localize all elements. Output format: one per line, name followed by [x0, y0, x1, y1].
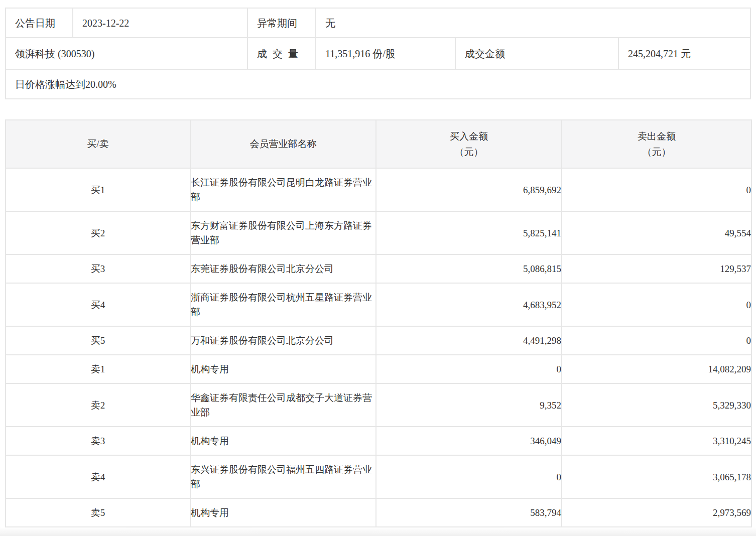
branch-cell: 机构专用 [190, 427, 376, 455]
col-header-side-text: 买/卖 [87, 139, 108, 149]
col-header-side: 买/卖 [6, 120, 190, 168]
lhb-table-body: 买1 长江证券股份有限公司昆明白龙路证券营业部 6,859,692 0 买2 东… [6, 168, 751, 527]
col-header-sell: 卖出金额 （元） [562, 120, 751, 168]
branch-cell: 东莞证券股份有限公司北京分公司 [190, 254, 376, 283]
abnormal-period-value: 无 [316, 9, 750, 37]
sell-amount-cell: 0 [562, 168, 751, 211]
sell-amount-cell: 3,065,178 [562, 455, 751, 498]
volume-value: 11,351,916 份/股 [316, 38, 456, 69]
stock-name-cell: 领湃科技 (300530) [6, 38, 248, 69]
side-cell: 买3 [6, 254, 190, 283]
branch-cell: 华鑫证券有限责任公司成都交子大道证券营业部 [190, 383, 376, 427]
branch-cell: 万和证券股份有限公司北京分公司 [190, 326, 376, 355]
abnormal-period-label-text: 异常期间 [257, 17, 297, 30]
buy-amount-cell: 6,859,692 [376, 168, 562, 211]
summary-row-date: 公告日期 2023-12-22 异常期间 无 [6, 9, 750, 38]
announce-date-label-text: 公告日期 [15, 17, 55, 30]
side-cell: 卖2 [6, 383, 190, 427]
table-row: 卖2 华鑫证券有限责任公司成都交子大道证券营业部 9,352 5,329,330 [6, 383, 751, 427]
price-change-note: 日价格涨幅达到20.00% [15, 78, 116, 91]
sell-amount-cell: 0 [562, 326, 751, 355]
side-cell: 卖4 [6, 455, 190, 498]
side-cell: 卖5 [6, 498, 190, 527]
announce-date-text: 2023-12-22 [82, 17, 129, 30]
buy-amount-cell: 346,049 [376, 427, 562, 455]
col-header-sell-line2: （元） [563, 144, 750, 160]
summary-section: 公告日期 2023-12-22 异常期间 无 领湃科技 (300530) 成 交… [5, 8, 751, 99]
turnover-label-text: 成交金额 [465, 47, 505, 60]
branch-cell: 浙商证券股份有限公司杭州五星路证券营业部 [190, 283, 376, 326]
table-row: 买4 浙商证券股份有限公司杭州五星路证券营业部 4,683,952 0 [6, 283, 751, 326]
volume-label-text: 成 交 量 [257, 47, 298, 60]
sell-amount-cell: 2,973,569 [562, 498, 751, 527]
announce-date-label: 公告日期 [6, 9, 73, 37]
table-row: 买3 东莞证券股份有限公司北京分公司 5,086,815 129,537 [6, 254, 751, 283]
buy-amount-cell: 5,825,141 [376, 211, 562, 254]
lhb-table-head: 买/卖 会员营业部名称 买入金额 （元） 卖出金额 （元） [6, 120, 751, 168]
col-header-buy: 买入金额 （元） [376, 120, 562, 168]
abnormal-period-text: 无 [325, 17, 335, 30]
header-row: 买/卖 会员营业部名称 买入金额 （元） 卖出金额 （元） [6, 120, 751, 168]
side-cell: 买4 [6, 283, 190, 326]
sell-amount-cell: 14,082,209 [562, 355, 751, 383]
buy-amount-cell: 0 [376, 355, 562, 383]
price-change-note-cell: 日价格涨幅达到20.00% [6, 70, 750, 98]
sell-amount-cell: 0 [562, 283, 751, 326]
side-cell: 买5 [6, 326, 190, 355]
branch-cell: 机构专用 [190, 498, 376, 527]
branch-cell: 机构专用 [190, 355, 376, 383]
col-header-buy-line2: （元） [377, 144, 561, 160]
side-cell: 买2 [6, 211, 190, 254]
col-header-sell-line1: 卖出金额 [563, 128, 750, 144]
summary-row-reason: 日价格涨幅达到20.00% [6, 70, 750, 98]
turnover-text: 245,204,721 元 [628, 47, 691, 60]
branch-cell: 东兴证券股份有限公司福州五四路证券营业部 [190, 455, 376, 498]
page-bottom-fade [0, 527, 756, 536]
turnover-value: 245,204,721 元 [619, 38, 750, 69]
col-header-branch: 会员营业部名称 [190, 120, 376, 168]
table-row: 卖1 机构专用 0 14,082,209 [6, 355, 751, 383]
page: 公告日期 2023-12-22 异常期间 无 领湃科技 (300530) 成 交… [0, 0, 756, 527]
sell-amount-cell: 49,554 [562, 211, 751, 254]
branch-cell: 东方财富证券股份有限公司上海东方路证券营业部 [190, 211, 376, 254]
col-header-branch-text: 会员营业部名称 [250, 139, 317, 149]
buy-amount-cell: 0 [376, 455, 562, 498]
branch-cell: 长江证券股份有限公司昆明白龙路证券营业部 [190, 168, 376, 211]
table-row: 卖4 东兴证券股份有限公司福州五四路证券营业部 0 3,065,178 [6, 455, 751, 498]
volume-text: 11,351,916 份/股 [325, 47, 396, 60]
buy-amount-cell: 583,794 [376, 498, 562, 527]
table-row: 买1 长江证券股份有限公司昆明白龙路证券营业部 6,859,692 0 [6, 168, 751, 211]
table-row: 买5 万和证券股份有限公司北京分公司 4,491,298 0 [6, 326, 751, 355]
side-cell: 买1 [6, 168, 190, 211]
buy-amount-cell: 9,352 [376, 383, 562, 427]
abnormal-period-label: 异常期间 [248, 9, 316, 37]
table-row: 卖3 机构专用 346,049 3,310,245 [6, 427, 751, 455]
summary-row-stock: 领湃科技 (300530) 成 交 量 11,351,916 份/股 成交金额 … [6, 38, 750, 70]
volume-label: 成 交 量 [248, 38, 316, 69]
sell-amount-cell: 5,329,330 [562, 383, 751, 427]
buy-amount-cell: 4,683,952 [376, 283, 562, 326]
turnover-label: 成交金额 [456, 38, 619, 69]
side-cell: 卖3 [6, 427, 190, 455]
sell-amount-cell: 3,310,245 [562, 427, 751, 455]
announce-date-value: 2023-12-22 [73, 9, 248, 37]
col-header-buy-line1: 买入金额 [377, 128, 561, 144]
sell-amount-cell: 129,537 [562, 254, 751, 283]
stock-name: 领湃科技 (300530) [15, 47, 94, 60]
buy-amount-cell: 4,491,298 [376, 326, 562, 355]
side-cell: 卖1 [6, 355, 190, 383]
lhb-table: 买/卖 会员营业部名称 买入金额 （元） 卖出金额 （元） 买1 长江证券股份有… [5, 119, 752, 527]
table-row: 买2 东方财富证券股份有限公司上海东方路证券营业部 5,825,141 49,5… [6, 211, 751, 254]
table-row: 卖5 机构专用 583,794 2,973,569 [6, 498, 751, 527]
buy-amount-cell: 5,086,815 [376, 254, 562, 283]
